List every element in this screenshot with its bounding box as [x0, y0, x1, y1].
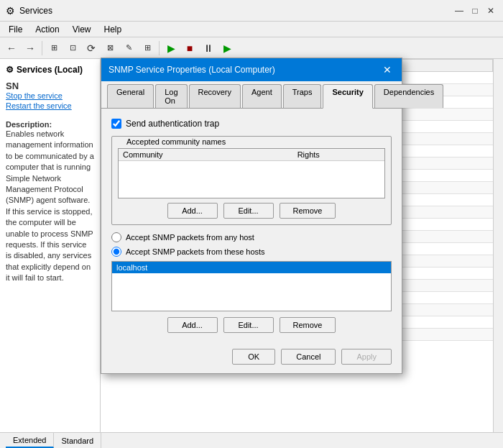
service-name-label: SN: [6, 81, 19, 91]
radio-hosts-label: Accept SNMP packets from these hosts: [126, 247, 265, 256]
left-panel-title: Services (Local): [17, 65, 83, 75]
community-group-content: Community Rights Add... Edit... Remove: [112, 144, 391, 224]
community-group-title: Accepted community names: [124, 137, 229, 146]
community-list-header: Community Rights: [119, 149, 384, 161]
menu-file[interactable]: File: [3, 23, 28, 36]
host-item-localhost[interactable]: localhost: [112, 262, 391, 273]
snmp-dialog[interactable]: SNMP Service Properties (Local Computer)…: [101, 58, 402, 374]
refresh-button[interactable]: ⟳: [83, 40, 100, 57]
service-description: Enables network management information t…: [6, 129, 94, 283]
community-add-button[interactable]: Add...: [167, 203, 218, 219]
restart-service-link[interactable]: Restart the service: [6, 101, 94, 110]
view-btn-1[interactable]: ⊞: [45, 40, 63, 57]
community-buttons: Add... Edit... Remove: [118, 203, 385, 219]
stop-button[interactable]: ■: [181, 40, 198, 57]
auth-trap-label: Send authentication trap: [126, 119, 219, 129]
title-bar: ⚙ Services — □ ✕: [0, 0, 503, 22]
forward-button[interactable]: →: [22, 40, 39, 57]
stop-service-link[interactable]: Stop the service: [6, 91, 94, 100]
scrollbar[interactable]: [493, 59, 503, 448]
tab-logon[interactable]: Log On: [155, 84, 187, 108]
menu-view[interactable]: View: [67, 23, 97, 36]
toolbar: ← → ⊞ ⊡ ⟳ ⊠ ✎ ⊞ ▶ ■ ⏸ ▶: [0, 37, 503, 59]
view-btn-3[interactable]: ⊞: [139, 40, 156, 57]
menu-help[interactable]: Help: [98, 23, 128, 36]
status-tab-standard[interactable]: Standard: [54, 433, 101, 448]
dialog-title: SNMP Service Properties (Local Computer): [109, 65, 275, 75]
menu-bar: File Action View Help: [0, 22, 503, 37]
dialog-title-bar: SNMP Service Properties (Local Computer)…: [101, 58, 402, 81]
separator-1: [42, 41, 42, 55]
hosts-edit-button[interactable]: Edit...: [223, 317, 274, 333]
edit-button[interactable]: ✎: [120, 40, 137, 57]
radio-any-row: Accept SNMP packets from any host: [111, 232, 392, 242]
maximize-button[interactable]: □: [469, 4, 481, 17]
restart-button[interactable]: ▶: [218, 40, 236, 57]
dialog-footer: OK Cancel Apply: [101, 343, 402, 373]
back-button[interactable]: ←: [3, 40, 20, 57]
left-panel-content: SN Stop the service Restart the service …: [3, 78, 97, 286]
tab-security[interactable]: Security: [323, 84, 372, 109]
app-title: Services: [19, 6, 52, 16]
close-button[interactable]: ✕: [484, 4, 497, 17]
pause-button[interactable]: ⏸: [200, 40, 217, 57]
community-group: Accepted community names Community Right…: [111, 136, 392, 225]
radio-any-label: Accept SNMP packets from any host: [126, 233, 254, 242]
hosts-remove-button[interactable]: Remove: [280, 317, 336, 333]
community-col-name: Community: [119, 149, 293, 160]
play-button[interactable]: ▶: [162, 40, 180, 57]
tab-agent[interactable]: Agent: [242, 84, 282, 108]
radio-hosts[interactable]: [111, 247, 121, 257]
dialog-close-button[interactable]: ✕: [380, 63, 394, 77]
export-button[interactable]: ⊠: [101, 40, 119, 57]
community-remove-button[interactable]: Remove: [280, 203, 336, 219]
hosts-list[interactable]: localhost: [111, 261, 392, 311]
tab-recovery[interactable]: Recovery: [189, 84, 241, 108]
tab-dependencies[interactable]: Dependencies: [374, 84, 443, 108]
auth-trap-row: Send authentication trap: [111, 119, 392, 129]
cancel-button[interactable]: Cancel: [281, 349, 336, 365]
tab-bar: General Log On Recovery Agent Traps Secu…: [101, 81, 402, 109]
left-panel-header: ⚙ Services (Local): [3, 62, 97, 78]
status-bar: Extended Standard: [0, 432, 503, 448]
ok-button[interactable]: OK: [232, 349, 275, 365]
tab-traps[interactable]: Traps: [283, 84, 322, 108]
radio-any[interactable]: [111, 232, 121, 242]
radio-hosts-row: Accept SNMP packets from these hosts: [111, 247, 392, 257]
community-col-rights: Rights: [293, 149, 384, 160]
auth-trap-checkbox[interactable]: [111, 119, 121, 129]
view-btn-2[interactable]: ⊡: [64, 40, 81, 57]
separator-2: [159, 41, 160, 55]
hosts-buttons: Add... Edit... Remove: [111, 317, 392, 333]
tab-general[interactable]: General: [107, 84, 154, 108]
status-tab-extended[interactable]: Extended: [6, 433, 54, 448]
community-edit-button[interactable]: Edit...: [223, 203, 274, 219]
apply-button[interactable]: Apply: [341, 349, 392, 365]
left-panel: ⚙ Services (Local) SN Stop the service R…: [0, 59, 101, 448]
services-local-icon: ⚙: [6, 65, 14, 75]
dialog-content: Send authentication trap Accepted commun…: [101, 109, 402, 343]
menu-action[interactable]: Action: [29, 23, 65, 36]
community-list[interactable]: Community Rights: [118, 148, 385, 198]
description-label: Description:: [6, 120, 52, 129]
hosts-add-button[interactable]: Add...: [167, 317, 218, 333]
app-icon: ⚙: [6, 5, 15, 17]
minimize-button[interactable]: —: [453, 4, 466, 17]
